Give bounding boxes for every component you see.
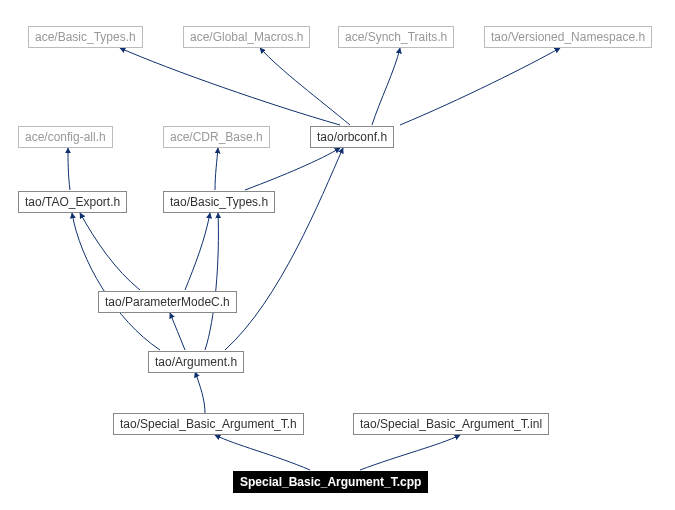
node-label: ace/Basic_Types.h <box>35 30 136 44</box>
node-ace-cdr-base[interactable]: ace/CDR_Base.h <box>163 126 270 148</box>
node-tao-parametermodec[interactable]: tao/ParameterModeC.h <box>98 291 237 313</box>
node-tao-versioned-namespace[interactable]: tao/Versioned_Namespace.h <box>484 26 652 48</box>
node-tao-argument[interactable]: tao/Argument.h <box>148 351 244 373</box>
node-label: tao/TAO_Export.h <box>25 195 120 209</box>
node-tao-special-basic-argument-inl[interactable]: tao/Special_Basic_Argument_T.inl <box>353 413 549 435</box>
node-label: ace/Synch_Traits.h <box>345 30 447 44</box>
node-tao-basic-types[interactable]: tao/Basic_Types.h <box>163 191 275 213</box>
node-label: ace/Global_Macros.h <box>190 30 303 44</box>
node-label: Special_Basic_Argument_T.cpp <box>240 475 421 489</box>
node-label: tao/Special_Basic_Argument_T.inl <box>360 417 542 431</box>
node-ace-synch-traits[interactable]: ace/Synch_Traits.h <box>338 26 454 48</box>
node-label: tao/orbconf.h <box>317 130 387 144</box>
node-ace-global-macros[interactable]: ace/Global_Macros.h <box>183 26 310 48</box>
node-label: tao/ParameterModeC.h <box>105 295 230 309</box>
node-label: ace/config-all.h <box>25 130 106 144</box>
node-label: tao/Versioned_Namespace.h <box>491 30 645 44</box>
node-ace-config-all[interactable]: ace/config-all.h <box>18 126 113 148</box>
node-label: ace/CDR_Base.h <box>170 130 263 144</box>
node-ace-basic-types[interactable]: ace/Basic_Types.h <box>28 26 143 48</box>
node-label: tao/Special_Basic_Argument_T.h <box>120 417 297 431</box>
node-tao-orbconf[interactable]: tao/orbconf.h <box>310 126 394 148</box>
node-tao-export[interactable]: tao/TAO_Export.h <box>18 191 127 213</box>
node-label: tao/Basic_Types.h <box>170 195 268 209</box>
node-label: tao/Argument.h <box>155 355 237 369</box>
node-tao-special-basic-argument-h[interactable]: tao/Special_Basic_Argument_T.h <box>113 413 304 435</box>
node-root-special-basic-argument-cpp[interactable]: Special_Basic_Argument_T.cpp <box>233 471 428 493</box>
dependency-edges <box>0 0 675 510</box>
